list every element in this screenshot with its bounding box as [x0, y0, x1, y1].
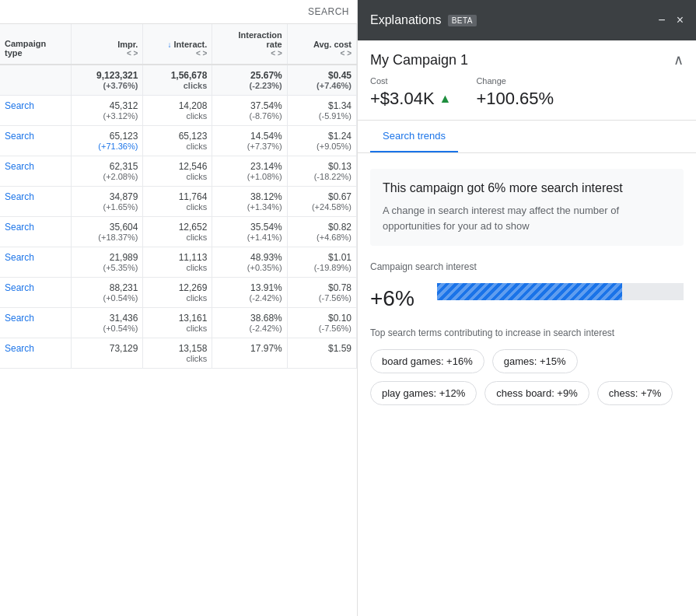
cell-interact: 12,269clicks	[143, 278, 212, 308]
cell-rate: 17.97%	[212, 338, 287, 369]
cell-rate: 14.54%(+7.37%)	[212, 126, 287, 156]
col-interact[interactable]: ↓ Interact. < >	[143, 24, 212, 65]
table-row: 9,123,321(+3.76%)1,56,678clicks25.67%(-2…	[0, 65, 357, 96]
cell-cost: $0.13(-18.22%)	[287, 156, 356, 187]
cell-impr: 62,315(+2.08%)	[71, 156, 142, 187]
cell-interact: 12,546clicks	[143, 156, 212, 187]
cell-campaign-type	[0, 65, 71, 96]
table-panel: SEARCH Campaigntype Impr. < > ↓ Interact…	[0, 0, 358, 616]
table-row: Search65,123(+71.36%)65,123clicks14.54%(…	[0, 126, 357, 156]
cell-rate: 25.67%(-2.23%)	[212, 65, 287, 96]
campaign-metrics: Cost +$3.04K ▲ Change +100.65%	[370, 76, 684, 109]
search-tag[interactable]: chess: +7%	[597, 381, 673, 405]
cell-campaign-type: Search	[0, 217, 71, 247]
table-row: Search34,879(+1.65%)11,764clicks38.12%(+…	[0, 187, 357, 217]
highlight-desc: A change in search interest may affect t…	[383, 203, 671, 233]
cell-cost: $0.10(-7.56%)	[287, 308, 356, 338]
table-row: Search88,231(+0.54%)12,269clicks13.91%(-…	[0, 278, 357, 308]
cell-impr: 73,129	[71, 338, 142, 369]
cell-impr: 9,123,321(+3.76%)	[71, 65, 142, 96]
search-tag[interactable]: board games: +16%	[370, 349, 484, 373]
table-row: Search45,312(+3.12%)14,208clicks37.54%(-…	[0, 96, 357, 126]
cell-impr: 31,436(+0.54%)	[71, 308, 142, 338]
cell-cost: $1.59	[287, 338, 356, 369]
col-rate[interactable]: Interactionrate < >	[212, 24, 287, 65]
cell-cost: $0.82(+4.68%)	[287, 217, 356, 247]
table-row: Search31,436(+0.54%)13,161clicks38.68%(-…	[0, 308, 357, 338]
search-tag[interactable]: games: +15%	[492, 349, 578, 373]
tabs-row: Search trends	[358, 121, 696, 153]
cell-cost: $0.78(-7.56%)	[287, 278, 356, 308]
cost-value: +$3.04K ▲	[370, 89, 451, 109]
cell-rate: 38.12%(+1.34%)	[212, 187, 287, 217]
cell-cost: $0.67(+24.58%)	[287, 187, 356, 217]
campaign-name: My Campaign 1	[370, 52, 468, 68]
close-button[interactable]: ×	[677, 13, 684, 27]
cell-impr: 65,123(+71.36%)	[71, 126, 142, 156]
col-impr[interactable]: Impr. < >	[71, 24, 142, 65]
cell-cost: $1.01(-19.89%)	[287, 247, 356, 278]
cell-interact: 13,158clicks	[143, 338, 212, 369]
cell-impr: 34,879(+1.65%)	[71, 187, 142, 217]
interest-pct: +6%	[370, 286, 425, 311]
campaign-header: My Campaign 1 ∧	[370, 51, 684, 68]
cell-campaign-type: Search	[0, 278, 71, 308]
panel-header: Explanations BETA − ×	[358, 0, 696, 40]
cell-impr: 21,989(+5.35%)	[71, 247, 142, 278]
panel-header-icons: − ×	[658, 13, 684, 27]
cell-cost: $1.34(-5.91%)	[287, 96, 356, 126]
section-label: Campaign search interest	[370, 261, 684, 272]
right-panel: Explanations BETA − × My Campaign 1 ∧ Co…	[358, 0, 696, 616]
top-terms-label: Top search terms contributing to increas…	[370, 327, 684, 340]
search-bar-label: SEARCH	[308, 6, 349, 17]
cell-campaign-type: Search	[0, 96, 71, 126]
table-row: Search73,12913,158clicks17.97%$1.59	[0, 338, 357, 369]
change-metric: Change +100.65%	[476, 76, 554, 109]
cell-interact: 11,764clicks	[143, 187, 212, 217]
explanation-content: This campaign got 6% more search interes…	[358, 153, 696, 616]
cell-campaign-type: Search	[0, 308, 71, 338]
highlight-title: This campaign got 6% more search interes…	[383, 181, 671, 195]
cell-campaign-type: Search	[0, 338, 71, 369]
beta-badge: BETA	[448, 15, 477, 26]
cell-campaign-type: Search	[0, 187, 71, 217]
table-row: Search62,315(+2.08%)12,546clicks23.14%(+…	[0, 156, 357, 187]
table-row: Search21,989(+5.35%)11,113clicks48.93%(+…	[0, 247, 357, 278]
campaign-section: My Campaign 1 ∧ Cost +$3.04K ▲ Change +1…	[358, 40, 696, 121]
tab-search-trends[interactable]: Search trends	[370, 121, 458, 152]
cell-interact: 1,56,678clicks	[143, 65, 212, 96]
search-tag[interactable]: chess board: +9%	[484, 381, 589, 405]
search-bar: SEARCH	[0, 0, 357, 24]
highlight-box: This campaign got 6% more search interes…	[370, 169, 684, 246]
cell-rate: 13.91%(-2.42%)	[212, 278, 287, 308]
cell-interact: 65,123clicks	[143, 126, 212, 156]
cell-campaign-type: Search	[0, 156, 71, 187]
cell-rate: 23.14%(+1.08%)	[212, 156, 287, 187]
cost-label: Cost	[370, 76, 451, 86]
minimize-button[interactable]: −	[658, 13, 665, 27]
cell-rate: 38.68%(-2.42%)	[212, 308, 287, 338]
bar-fill	[437, 283, 622, 300]
cost-metric: Cost +$3.04K ▲	[370, 76, 451, 109]
interest-row: +6%	[370, 283, 684, 314]
cost-up-arrow: ▲	[439, 92, 452, 106]
cell-interact: 12,652clicks	[143, 217, 212, 247]
panel-title: Explanations BETA	[370, 13, 477, 27]
col-cost[interactable]: Avg. cost < >	[287, 24, 356, 65]
panel-title-text: Explanations	[370, 13, 442, 27]
collapse-icon[interactable]: ∧	[673, 51, 684, 68]
cell-impr: 35,604(+18.37%)	[71, 217, 142, 247]
cell-rate: 35.54%(+1.41%)	[212, 217, 287, 247]
cell-rate: 48.93%(+0.35%)	[212, 247, 287, 278]
search-tag[interactable]: play games: +12%	[370, 381, 477, 405]
change-value: +100.65%	[476, 89, 554, 109]
search-tags: board games: +16%games: +15%play games: …	[370, 349, 684, 405]
cell-interact: 11,113clicks	[143, 247, 212, 278]
cell-impr: 88,231(+0.54%)	[71, 278, 142, 308]
cell-cost: $1.24(+9.05%)	[287, 126, 356, 156]
cell-rate: 37.54%(-8.76%)	[212, 96, 287, 126]
cell-cost: $0.45(+7.46%)	[287, 65, 356, 96]
col-campaign-type: Campaigntype	[0, 24, 71, 65]
bar-chart	[437, 283, 684, 314]
cell-campaign-type: Search	[0, 126, 71, 156]
